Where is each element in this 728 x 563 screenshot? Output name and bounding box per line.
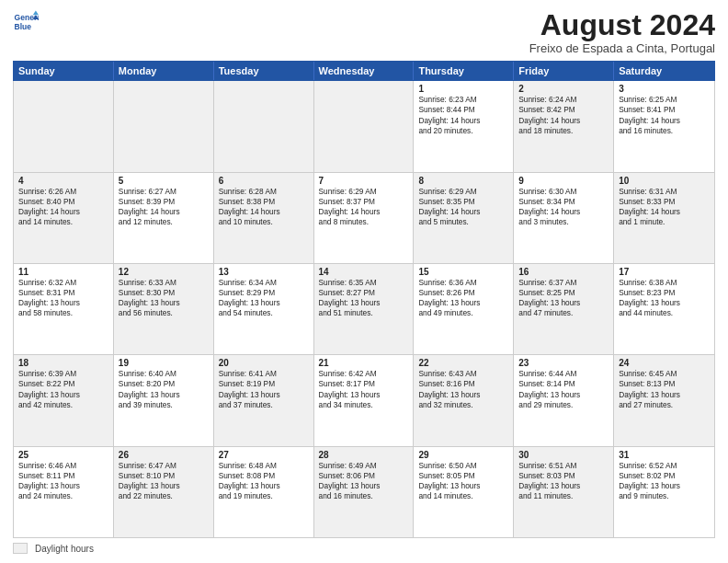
cal-week-3: 11Sunrise: 6:32 AMSunset: 8:31 PMDayligh… xyxy=(14,264,714,355)
day-number: 24 xyxy=(619,358,710,368)
cell-info-line: Sunrise: 6:45 AM xyxy=(619,369,710,379)
cell-info-line: and 16 minutes. xyxy=(619,126,710,136)
cell-info-line: Sunrise: 6:44 AM xyxy=(518,369,609,379)
cell-info-line: Sunrise: 6:29 AM xyxy=(319,187,409,197)
cell-info-line: Daylight: 13 hours xyxy=(619,390,710,400)
cell-info-line: Sunset: 8:02 PM xyxy=(619,471,710,481)
cell-info-line: Sunset: 8:29 PM xyxy=(219,288,309,298)
cal-cell: 26Sunrise: 6:47 AMSunset: 8:10 PMDayligh… xyxy=(114,447,214,537)
cal-cell: 17Sunrise: 6:38 AMSunset: 8:23 PMDayligh… xyxy=(614,264,714,354)
cal-cell: 19Sunrise: 6:40 AMSunset: 8:20 PMDayligh… xyxy=(114,355,214,445)
cell-info-line: Sunset: 8:11 PM xyxy=(18,471,108,481)
cell-info-line: Daylight: 14 hours xyxy=(18,207,108,217)
day-number: 12 xyxy=(119,267,209,277)
day-number: 11 xyxy=(18,267,108,277)
cell-info-line: Sunrise: 6:33 AM xyxy=(119,278,209,288)
cell-info-line: and 14 minutes. xyxy=(418,491,508,501)
cal-week-1: 1Sunrise: 6:23 AMSunset: 8:44 PMDaylight… xyxy=(14,81,714,172)
cell-info-line: and 47 minutes. xyxy=(518,308,609,318)
cal-cell: 5Sunrise: 6:27 AMSunset: 8:39 PMDaylight… xyxy=(114,173,214,263)
cell-info-line: Sunset: 8:42 PM xyxy=(518,105,609,115)
cell-info-line: and 5 minutes. xyxy=(418,217,508,227)
cell-info-line: Sunrise: 6:23 AM xyxy=(418,95,508,105)
cell-info-line: and 14 minutes. xyxy=(18,217,108,227)
cell-info-line: and 20 minutes. xyxy=(418,126,508,136)
cell-info-line: Sunset: 8:38 PM xyxy=(219,197,309,207)
cell-info-line: Sunset: 8:20 PM xyxy=(119,379,209,389)
cell-info-line: Sunset: 8:19 PM xyxy=(219,379,309,389)
cell-info-line: Sunrise: 6:29 AM xyxy=(418,187,508,197)
cell-info-line: Sunset: 8:30 PM xyxy=(119,288,209,298)
cell-info-line: Sunset: 8:44 PM xyxy=(418,105,508,115)
cell-info-line: Sunset: 8:25 PM xyxy=(518,288,609,298)
cell-info-line: Sunset: 8:13 PM xyxy=(619,379,710,389)
cell-info-line: and 42 minutes. xyxy=(18,400,108,410)
cell-info-line: Daylight: 13 hours xyxy=(418,481,508,491)
month-title: August 2024 xyxy=(529,9,715,41)
cal-week-5: 25Sunrise: 6:46 AMSunset: 8:11 PMDayligh… xyxy=(14,447,714,537)
cell-info-line: and 18 minutes. xyxy=(518,126,609,136)
cell-info-line: Sunset: 8:10 PM xyxy=(119,471,209,481)
logo: General Blue xyxy=(13,9,39,35)
cell-info-line: Daylight: 13 hours xyxy=(418,390,508,400)
cell-info-line: Daylight: 13 hours xyxy=(418,298,508,308)
cell-info-line: Sunrise: 6:43 AM xyxy=(418,369,508,379)
cell-info-line: and 11 minutes. xyxy=(518,491,609,501)
cell-info-line: Sunrise: 6:37 AM xyxy=(518,278,609,288)
cal-cell: 29Sunrise: 6:50 AMSunset: 8:05 PMDayligh… xyxy=(414,447,514,537)
day-number: 9 xyxy=(518,176,609,186)
weekday-header-sunday: Sunday xyxy=(14,62,114,80)
cell-info-line: Sunset: 8:05 PM xyxy=(418,471,508,481)
cell-info-line: Sunrise: 6:27 AM xyxy=(119,187,209,197)
day-number: 3 xyxy=(619,84,710,94)
day-number: 16 xyxy=(518,267,609,277)
legend-shaded-box xyxy=(13,543,28,554)
cal-cell: 9Sunrise: 6:30 AMSunset: 8:34 PMDaylight… xyxy=(514,173,614,263)
cell-info-line: and 8 minutes. xyxy=(319,217,409,227)
cell-info-line: and 37 minutes. xyxy=(219,400,309,410)
cell-info-line: Sunset: 8:35 PM xyxy=(418,197,508,207)
day-number: 5 xyxy=(119,176,209,186)
cell-info-line: Daylight: 14 hours xyxy=(219,207,309,217)
cal-cell: 25Sunrise: 6:46 AMSunset: 8:11 PMDayligh… xyxy=(14,447,114,537)
cell-info-line: Sunset: 8:34 PM xyxy=(518,197,609,207)
legend-label: Daylight hours xyxy=(35,544,94,554)
cell-info-line: Daylight: 13 hours xyxy=(18,298,108,308)
day-number: 13 xyxy=(219,267,309,277)
cell-info-line: Sunset: 8:22 PM xyxy=(18,379,108,389)
cell-info-line: Daylight: 13 hours xyxy=(18,390,108,400)
cell-info-line: Sunset: 8:17 PM xyxy=(319,379,409,389)
cell-info-line: and 16 minutes. xyxy=(319,491,409,501)
cell-info-line: Sunrise: 6:46 AM xyxy=(18,461,108,471)
cell-info-line: Sunrise: 6:52 AM xyxy=(619,461,710,471)
title-block: August 2024 Freixo de Espada a Cinta, Po… xyxy=(529,9,715,55)
header: General Blue August 2024 Freixo de Espad… xyxy=(13,9,715,55)
cal-cell: 4Sunrise: 6:26 AMSunset: 8:40 PMDaylight… xyxy=(14,173,114,263)
cell-info-line: Daylight: 14 hours xyxy=(518,116,609,126)
cell-info-line: and 56 minutes. xyxy=(119,308,209,318)
cell-info-line: Daylight: 13 hours xyxy=(319,481,409,491)
day-number: 19 xyxy=(119,358,209,368)
cell-info-line: and 34 minutes. xyxy=(319,400,409,410)
cell-info-line: Sunset: 8:27 PM xyxy=(319,288,409,298)
cell-info-line: Sunrise: 6:32 AM xyxy=(18,278,108,288)
cell-info-line: Sunrise: 6:50 AM xyxy=(418,461,508,471)
logo-icon: General Blue xyxy=(13,9,39,35)
cal-cell: 31Sunrise: 6:52 AMSunset: 8:02 PMDayligh… xyxy=(614,447,714,537)
day-number: 29 xyxy=(418,450,508,460)
cell-info-line: Daylight: 13 hours xyxy=(18,481,108,491)
cell-info-line: and 19 minutes. xyxy=(219,491,309,501)
cell-info-line: and 51 minutes. xyxy=(319,308,409,318)
cell-info-line: Daylight: 13 hours xyxy=(619,298,710,308)
cell-info-line: Sunset: 8:31 PM xyxy=(18,288,108,298)
cell-info-line: Daylight: 14 hours xyxy=(518,207,609,217)
cell-info-line: Daylight: 14 hours xyxy=(619,116,710,126)
day-number: 30 xyxy=(518,450,609,460)
weekday-header-thursday: Thursday xyxy=(414,62,514,80)
cell-info-line: Sunrise: 6:36 AM xyxy=(418,278,508,288)
day-number: 21 xyxy=(319,358,409,368)
cal-cell: 22Sunrise: 6:43 AMSunset: 8:16 PMDayligh… xyxy=(414,355,514,445)
calendar-body: 1Sunrise: 6:23 AMSunset: 8:44 PMDaylight… xyxy=(13,81,715,538)
cal-cell: 11Sunrise: 6:32 AMSunset: 8:31 PMDayligh… xyxy=(14,264,114,354)
cell-info-line: Sunrise: 6:48 AM xyxy=(219,461,309,471)
